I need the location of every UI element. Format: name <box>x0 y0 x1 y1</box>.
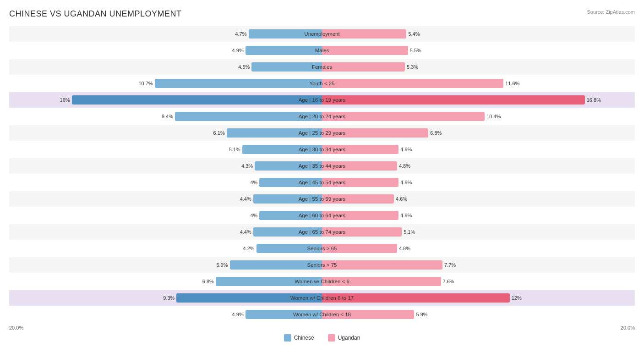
val-right: 4.9% <box>400 147 412 152</box>
bar-left-area: 9.4% <box>9 109 322 124</box>
bar-left-area: 4.4% <box>9 224 322 240</box>
val-right: 4.9% <box>400 180 412 185</box>
row-inner: 10.7% Youth < 25 11.6% <box>9 76 635 91</box>
bar-pink <box>322 194 394 204</box>
bar-left-area: 5.1% <box>9 142 322 157</box>
bar-left-area: 4.7% <box>9 26 322 42</box>
chart-row: 4.5% Females 5.3% <box>9 59 635 75</box>
val-left: 5.9% <box>216 262 228 268</box>
bar-blue <box>255 161 322 171</box>
chart-header: CHINESE VS UGANDAN UNEMPLOYMENT Source: … <box>9 9 635 19</box>
row-inner: 9.4% Age | 20 to 24 years 10.4% <box>9 109 635 124</box>
legend-chinese-box <box>284 334 291 341</box>
chart-row: 4% Age | 60 to 64 years 4.9% <box>9 208 635 223</box>
bar-right-area: 4.8% <box>322 158 635 174</box>
val-left: 4.3% <box>241 163 253 169</box>
chart-row: 16% Age | 16 to 19 years 16.8% <box>9 92 635 108</box>
val-right: 7.6% <box>443 279 454 284</box>
bar-left-area: 4% <box>9 175 322 190</box>
chart-title: CHINESE VS UGANDAN UNEMPLOYMENT <box>9 9 182 19</box>
bar-right-area: 5.4% <box>322 26 635 42</box>
val-right: 10.4% <box>486 114 501 119</box>
bar-blue <box>253 194 322 204</box>
chart-row: 5.9% Seniors > 75 7.7% <box>9 257 635 273</box>
bar-pink <box>322 46 408 55</box>
row-inner: 4.9% Women w/ Children < 18 5.9% <box>9 307 635 322</box>
val-right: 5.9% <box>416 312 427 317</box>
chart-row: 4.9% Males 5.5% <box>9 43 635 58</box>
row-inner: 4.5% Females 5.3% <box>9 59 635 75</box>
chart-row: 6.8% Women w/ Children < 6 7.6% <box>9 274 635 289</box>
val-left: 4.4% <box>240 229 251 235</box>
val-right: 5.5% <box>410 48 421 53</box>
val-right: 5.4% <box>408 31 420 37</box>
row-inner: 4.9% Males 5.5% <box>9 43 635 58</box>
val-right: 5.3% <box>407 64 418 70</box>
chart-row: 4.9% Women w/ Children < 18 5.9% <box>9 307 635 322</box>
val-right: 12% <box>512 295 522 301</box>
bar-blue <box>249 29 322 39</box>
legend-ugandan-box <box>328 334 335 341</box>
val-right: 16.8% <box>587 97 601 103</box>
chart-source: Source: ZipAtlas.com <box>587 9 635 15</box>
bar-blue <box>175 112 322 121</box>
bar-blue <box>242 145 322 154</box>
bar-left-area: 4.5% <box>9 59 322 75</box>
bar-pink <box>322 211 398 220</box>
bar-pink <box>322 161 397 171</box>
row-inner: 9.3% Women w/ Children 6 to 17 12% <box>9 290 635 306</box>
val-left: 4% <box>251 213 258 218</box>
legend-chinese-label: Chinese <box>294 335 314 341</box>
bar-right-area: 5.3% <box>322 59 635 75</box>
bar-right-area: 5.9% <box>322 307 635 322</box>
val-left: 4% <box>251 180 258 185</box>
val-left: 9.3% <box>163 295 175 301</box>
chart-row: 4.4% Age | 55 to 59 years 4.6% <box>9 191 635 207</box>
bar-right-area: 6.8% <box>322 125 635 141</box>
bar-left-area: 6.8% <box>9 274 322 289</box>
bar-left-area: 4.9% <box>9 307 322 322</box>
val-left: 5.1% <box>229 147 240 152</box>
row-inner: 6.1% Age | 25 to 29 years 6.8% <box>9 125 635 141</box>
chart-row: 4% Age | 45 to 54 years 4.9% <box>9 175 635 190</box>
bar-blue <box>72 95 322 105</box>
legend-chinese: Chinese <box>284 334 314 341</box>
chart-row: 4.3% Age | 35 to 44 years 4.8% <box>9 158 635 174</box>
bar-pink <box>322 29 406 39</box>
bar-blue <box>251 62 322 72</box>
row-inner: 5.9% Seniors > 75 7.7% <box>9 257 635 273</box>
val-right: 7.7% <box>444 262 456 268</box>
bar-blue <box>259 178 322 187</box>
bar-blue <box>216 277 322 286</box>
bar-blue <box>259 211 322 220</box>
bar-left-area: 4% <box>9 208 322 223</box>
bar-pink <box>322 95 585 105</box>
val-left: 4.5% <box>238 64 250 70</box>
chart-container: CHINESE VS UGANDAN UNEMPLOYMENT Source: … <box>9 9 635 341</box>
bar-blue <box>246 46 322 55</box>
bar-left-area: 6.1% <box>9 125 322 141</box>
bar-left-area: 9.3% <box>9 290 322 306</box>
bar-left-area: 4.9% <box>9 43 322 58</box>
bar-pink <box>322 260 442 270</box>
val-left: 6.8% <box>202 279 214 284</box>
row-inner: 4% Age | 60 to 64 years 4.9% <box>9 208 635 223</box>
val-left: 16% <box>60 97 70 103</box>
bar-pink <box>322 244 397 253</box>
val-left: 4.9% <box>232 312 244 317</box>
row-inner: 5.1% Age | 30 to 34 years 4.9% <box>9 142 635 157</box>
bar-pink <box>322 112 485 121</box>
row-inner: 4% Age | 45 to 54 years 4.9% <box>9 175 635 190</box>
bar-right-area: 12% <box>322 290 635 306</box>
bar-right-area: 4.6% <box>322 191 635 207</box>
bar-right-area: 7.6% <box>322 274 635 289</box>
chart-row: 9.3% Women w/ Children 6 to 17 12% <box>9 290 635 306</box>
chart-body: 4.7% Unemployment 5.4% 4.9% Males 5.5 <box>9 26 635 322</box>
bar-right-area: 4.8% <box>322 241 635 256</box>
legend-ugandan-label: Ugandan <box>338 335 360 341</box>
bar-right-area: 10.4% <box>322 109 635 124</box>
bar-pink <box>322 277 441 286</box>
bar-left-area: 4.2% <box>9 241 322 256</box>
legend: Chinese Ugandan <box>9 334 635 341</box>
row-inner: 4.4% Age | 55 to 59 years 4.6% <box>9 191 635 207</box>
